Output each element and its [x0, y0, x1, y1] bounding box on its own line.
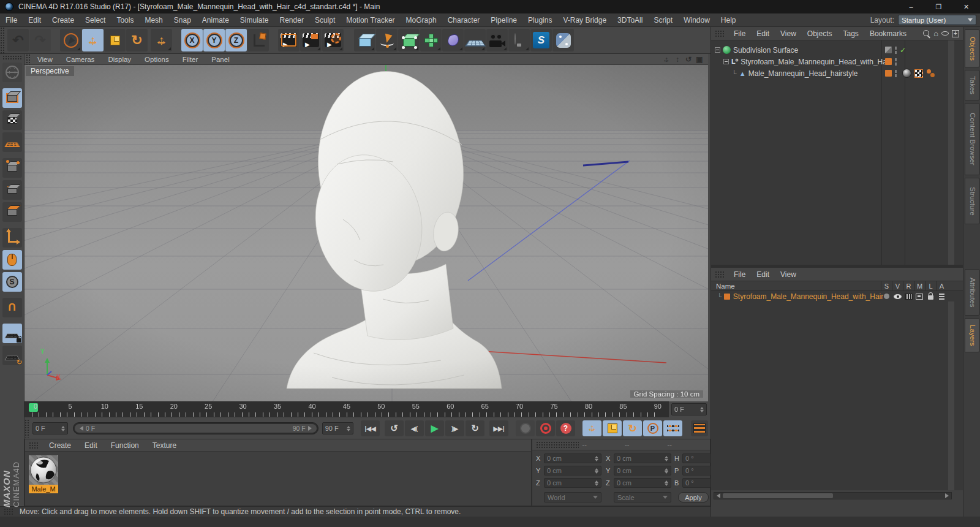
spinner-icon[interactable] — [347, 426, 350, 431]
layer-tag[interactable] — [885, 70, 892, 77]
viewport-menu-item[interactable]: View — [31, 56, 59, 63]
tab-takes[interactable]: Takes — [965, 70, 980, 100]
menu-item[interactable]: Mesh — [139, 13, 168, 27]
layers-menu-item[interactable]: File — [728, 270, 751, 279]
coord-system-dropdown[interactable]: World — [544, 492, 601, 502]
light-button[interactable] — [508, 29, 530, 51]
path-icon[interactable] — [941, 31, 949, 36]
menu-item[interactable]: Motion Tracker — [341, 13, 400, 27]
coordinate-system-button[interactable] — [247, 29, 269, 51]
materials-menu-item[interactable]: Create — [42, 441, 78, 450]
frame-display-field[interactable]: 0 F — [671, 403, 707, 415]
tab-layers[interactable]: Layers — [965, 318, 980, 352]
position-z-field[interactable]: 0 cm — [544, 478, 601, 488]
next-frame-button[interactable]: )▶ — [445, 420, 464, 436]
object-manager-menu-item[interactable]: Bookmarks — [864, 29, 912, 38]
camera-button[interactable] — [486, 29, 508, 51]
solo-toggle-icon[interactable] — [884, 294, 889, 299]
scroll-thumb[interactable] — [723, 493, 833, 498]
layer-color-swatch[interactable] — [724, 294, 730, 300]
materials-menu-item[interactable]: Edit — [78, 441, 104, 450]
menu-item[interactable]: Tools — [111, 13, 139, 27]
viewport-3d[interactable]: Perspective Grid Spacing : 10 cm Y X — [24, 65, 708, 401]
viewport-grip[interactable] — [26, 54, 31, 65]
menu-item[interactable]: 3DToAll — [612, 13, 648, 27]
spline-pen-button[interactable] — [376, 29, 398, 51]
viewport-solo-button[interactable] — [2, 250, 22, 270]
phong-tag[interactable] — [927, 69, 937, 78]
viewport-dolly-icon[interactable]: ↕ — [673, 55, 682, 64]
manager-toggle-icon[interactable] — [916, 294, 923, 300]
layers-menu-item[interactable]: View — [775, 270, 802, 279]
menu-item[interactable]: Pipeline — [485, 13, 522, 27]
key-pla-toggle[interactable] — [663, 420, 682, 436]
lock-z-axis-button[interactable]: Z — [225, 29, 247, 51]
previous-frame-button[interactable]: ◀( — [405, 420, 424, 436]
viewport-menu-item[interactable]: Options — [138, 56, 176, 63]
menu-item[interactable]: Window — [678, 13, 715, 27]
menu-item[interactable]: Edit — [23, 13, 47, 27]
object-tree-scrollbar[interactable] — [947, 40, 954, 265]
live-selection-button[interactable] — [60, 29, 81, 51]
end-frame-field[interactable]: 90 F — [322, 422, 353, 434]
add-cube-button[interactable] — [354, 29, 375, 51]
position-x-field[interactable]: 0 cm — [544, 453, 601, 463]
menu-item[interactable]: Script — [648, 13, 678, 27]
floor-button[interactable] — [464, 29, 486, 51]
material-thumbnail[interactable] — [29, 455, 58, 485]
render-settings-button[interactable]: ▶ — [322, 29, 344, 51]
view-toggle-icon[interactable] — [894, 294, 902, 299]
layers-h-scrollbar[interactable] — [714, 492, 952, 499]
position-y-field[interactable]: 0 cm — [544, 466, 601, 476]
tab-objects[interactable]: Objects — [965, 29, 980, 67]
object-manager-menu-item[interactable]: View — [775, 29, 802, 38]
redo-button[interactable]: ↷ — [29, 29, 51, 51]
tree-row-subdivision-surface[interactable]: Subdivision Surface ✓ — [711, 44, 963, 56]
coord-mode-dropdown[interactable]: Scale — [614, 492, 671, 502]
menu-item[interactable]: Sculpt — [309, 13, 341, 27]
coords-grip[interactable] — [536, 441, 579, 449]
keyframe-selection-button[interactable]: ? — [556, 420, 575, 436]
key-position-toggle[interactable]: ↔↕ — [582, 420, 601, 436]
timeline-ruler[interactable]: 051015202530354045505560657075808590 — [24, 401, 669, 417]
maximize-button[interactable]: ❐ — [925, 0, 952, 13]
object-manager-menu-item[interactable]: File — [728, 29, 751, 38]
workplane-mode-button[interactable] — [2, 132, 22, 152]
make-editable-button[interactable] — [2, 63, 22, 82]
lock-y-axis-button[interactable]: Y — [203, 29, 225, 51]
texture-mode-button[interactable] — [2, 110, 22, 130]
menu-item[interactable]: V-Ray Bridge — [557, 13, 612, 27]
lock-toggle-icon[interactable] — [928, 295, 933, 300]
tab-content-browser[interactable]: Content Browser — [965, 103, 980, 175]
object-manager-menu-item[interactable]: Objects — [802, 29, 838, 38]
home-icon[interactable]: ⌂ — [933, 29, 938, 37]
render-picture-viewer-button[interactable]: ▶ — [300, 29, 322, 51]
spinner-icon[interactable] — [700, 407, 704, 412]
move-tool-button[interactable]: ↔↕ — [82, 29, 104, 51]
visibility-dots[interactable] — [894, 46, 897, 55]
menu-item[interactable]: Plugins — [522, 13, 557, 27]
tree-row-hairstyle-object[interactable]: └ ▲ Male_Mannequin_Head_hairstyle — [711, 67, 963, 79]
viewport-pan-icon[interactable]: ↔↕ — [662, 55, 671, 64]
tab-structure[interactable]: Structure — [965, 178, 980, 224]
subdivision-surface-button[interactable] — [398, 29, 420, 51]
collapse-icon[interactable] — [715, 47, 720, 53]
menu-item[interactable]: File — [0, 13, 23, 27]
current-frame-field[interactable]: 0 F — [32, 422, 68, 434]
menu-item[interactable]: Create — [47, 13, 80, 27]
viewport-orbit-icon[interactable]: ↺ — [684, 55, 693, 64]
material-name[interactable]: Male_M — [29, 485, 58, 493]
render-view-button[interactable]: ▶ — [278, 29, 300, 51]
tab-attributes[interactable]: Attributes — [965, 269, 980, 316]
visibility-dots[interactable] — [894, 69, 897, 78]
viewport-menu-item[interactable]: Cameras — [59, 56, 102, 63]
enable-snap-button[interactable]: S — [2, 272, 22, 292]
key-parameter-toggle[interactable]: P — [643, 420, 662, 436]
collapse-icon[interactable] — [723, 59, 729, 64]
layers-menu-item[interactable]: Edit — [751, 270, 775, 279]
align-workplane-button[interactable]: ↻ — [2, 346, 22, 365]
toolbar-grip[interactable] — [0, 27, 5, 54]
minimize-button[interactable]: – — [897, 0, 925, 13]
preview-range-slider[interactable]: 0 F 90 F — [73, 422, 318, 434]
menu-item[interactable]: Render — [274, 13, 309, 27]
